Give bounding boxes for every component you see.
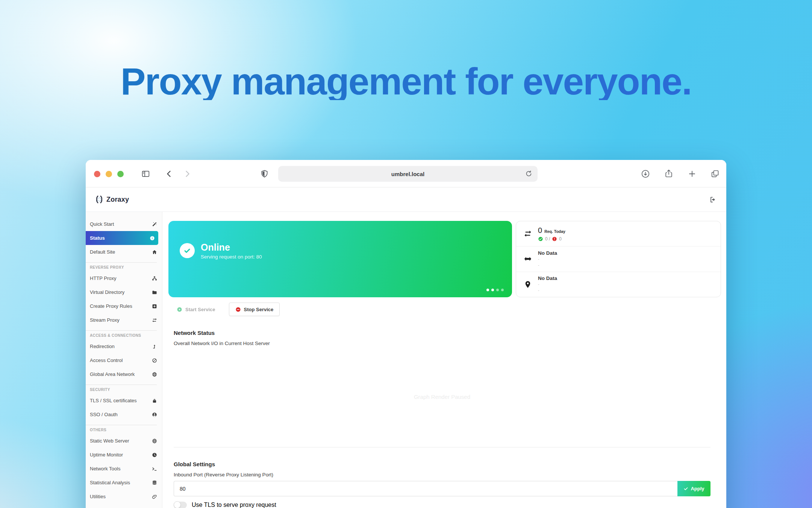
ban-icon: [152, 358, 157, 363]
sidebar-item-tls-ssl-certificates[interactable]: TLS / SSL certificates: [86, 394, 162, 408]
sidebar-item-label: Global Area Network: [90, 371, 152, 377]
sidebar-item-redirection[interactable]: Redirection: [86, 339, 162, 353]
sidebar-menu: Quick StartStatusDefault SiteREVERSE PRO…: [86, 212, 162, 508]
lock-icon: [152, 398, 157, 403]
sidebar-item-default-site[interactable]: Default Site: [86, 245, 162, 259]
sidebar-item-label: SSO / Oauth: [90, 412, 152, 417]
browser-window: umbrel.local Zoraxy Quick StartStatusDef…: [86, 160, 726, 508]
apply-label: Apply: [691, 486, 704, 491]
sidebar-item-sso-oauth[interactable]: SSO / Oauth: [86, 408, 162, 421]
privacy-shield-icon[interactable]: [260, 169, 269, 179]
carousel-dot-4[interactable]: [501, 289, 504, 291]
sidebar-section-header-others: OTHERS: [86, 425, 162, 434]
check-icon: [683, 486, 688, 491]
new-tab-icon[interactable]: [688, 169, 697, 178]
logout-icon[interactable]: [709, 196, 717, 203]
stats-card: 0Req. Today0 /0No Data--No Data--: [516, 221, 721, 297]
sidebar-item-label: Utilities: [90, 494, 152, 499]
minimize-button[interactable]: [106, 171, 112, 177]
stat-subline: -: [538, 262, 713, 268]
level-up-icon: [152, 344, 157, 349]
stat-subline: -: [538, 281, 713, 287]
address-bar[interactable]: umbrel.local: [278, 166, 538, 182]
share-icon[interactable]: [664, 169, 673, 178]
exclamation-circle-icon: [552, 236, 557, 242]
globe-icon: [152, 372, 157, 377]
tls-label: Use TLS to serve proxy request: [192, 502, 276, 508]
sidebar-item-statistical-analysis[interactable]: Statistical Analysis: [86, 476, 162, 490]
tab-overview-icon[interactable]: [710, 169, 720, 178]
status-subtitle: Serving request on port: 80: [201, 254, 262, 260]
zoraxy-logo-icon: [95, 195, 104, 204]
carousel-dot-1[interactable]: [486, 289, 489, 291]
sidebar-item-http-proxy[interactable]: HTTP Proxy: [86, 271, 162, 285]
network-graph: Graph Render Paused: [174, 346, 710, 447]
sidebar-item-global-area-network[interactable]: Global Area Network: [86, 367, 162, 381]
tls-toggle-knob: [174, 501, 181, 508]
tls-toggle[interactable]: [174, 502, 187, 508]
tls-setting-row: Use TLS to serve proxy request: [174, 502, 710, 508]
success-count: 0 /: [545, 236, 550, 242]
sidebar-item-static-web-server[interactable]: Static Web Server: [86, 434, 162, 448]
hero-row: Online Serving request on port: 80 0Req.…: [168, 221, 721, 297]
home-icon: [152, 249, 157, 255]
sidebar-item-utilities[interactable]: Utilities: [86, 490, 162, 503]
apply-button[interactable]: Apply: [677, 481, 710, 496]
info-circle-icon: [150, 236, 155, 241]
inbound-port-input[interactable]: [174, 481, 677, 496]
page-title: Proxy management for everyone.: [0, 62, 812, 100]
status-card: Online Serving request on port: 80: [168, 221, 512, 297]
sidebar-item-label: HTTP Proxy: [90, 275, 152, 281]
terminal-icon: [152, 466, 157, 471]
clock-icon: [152, 452, 157, 458]
back-icon[interactable]: [165, 169, 174, 178]
sidebar-item-access-control[interactable]: Access Control: [86, 353, 162, 367]
sidebar-item-uptime-monitor[interactable]: Uptime Monitor: [86, 448, 162, 462]
sidebar-item-label: Statistical Analysis: [90, 480, 152, 485]
downloads-icon[interactable]: [641, 169, 650, 178]
paperclip-icon: [152, 494, 157, 499]
sidebar-item-label: Create Proxy Rules: [90, 303, 152, 309]
graph-paused-text: Graph Render Paused: [414, 394, 470, 400]
stat-title: No Data: [538, 275, 713, 281]
carousel-dot-2[interactable]: [491, 289, 494, 291]
sidebar-item-label: Quick Start: [90, 221, 152, 227]
stat-row-requests: 0Req. Today0 /0: [516, 221, 721, 246]
stop-service-button[interactable]: Stop Service: [229, 303, 280, 316]
close-button[interactable]: [94, 171, 100, 177]
sidebar-item-virtual-directory[interactable]: Virtual Directory: [86, 285, 162, 299]
sidebar-item-status[interactable]: Status: [86, 231, 158, 245]
reload-icon[interactable]: [525, 170, 533, 178]
exchange-icon: [524, 230, 532, 238]
carousel-dot-3[interactable]: [496, 289, 499, 291]
stop-service-label: Stop Service: [244, 307, 274, 312]
exchange-icon: [152, 318, 157, 323]
sidebar-item-create-proxy-rules[interactable]: Create Proxy Rules: [86, 299, 162, 313]
sidebar-section-header-reverse-proxy: REVERSE PROXY: [86, 263, 162, 271]
status-state: Online: [201, 242, 262, 253]
user-circle-icon: [152, 412, 157, 417]
start-service-label: Start Service: [185, 307, 215, 312]
globe-icon: [152, 438, 157, 444]
sidebar-item-quick-start[interactable]: Quick Start: [86, 217, 162, 231]
forward-icon[interactable]: [183, 169, 192, 178]
section-divider: [174, 447, 710, 447]
stat-row-location: No Data--: [516, 272, 721, 297]
sidebar-item-label: Stream Proxy: [90, 317, 152, 323]
fullscreen-button[interactable]: [117, 171, 124, 177]
sidebar-item-label: TLS / SSL certificates: [90, 398, 152, 403]
app-header: Zoraxy: [86, 187, 726, 212]
stat-subline: -: [538, 287, 713, 293]
sidebar-item-label: Redirection: [90, 344, 152, 349]
start-service-button[interactable]: Start Service: [171, 303, 221, 316]
service-buttons: Start Service Stop Service: [168, 303, 721, 316]
window-controls: [94, 171, 124, 177]
browser-sidebar-icon[interactable]: [141, 169, 151, 178]
status-card-head: Online Serving request on port: 80: [180, 242, 262, 260]
sidebar-item-label: Status: [90, 235, 150, 241]
error-count: 0: [559, 236, 562, 242]
sidebar-item-network-tools[interactable]: Network Tools: [86, 462, 162, 476]
inbound-port-label: Inbound Port (Reverse Proxy Listening Po…: [174, 472, 710, 478]
requests-today-label: Req. Today: [544, 229, 565, 234]
sidebar-item-stream-proxy[interactable]: Stream Proxy: [86, 313, 162, 327]
